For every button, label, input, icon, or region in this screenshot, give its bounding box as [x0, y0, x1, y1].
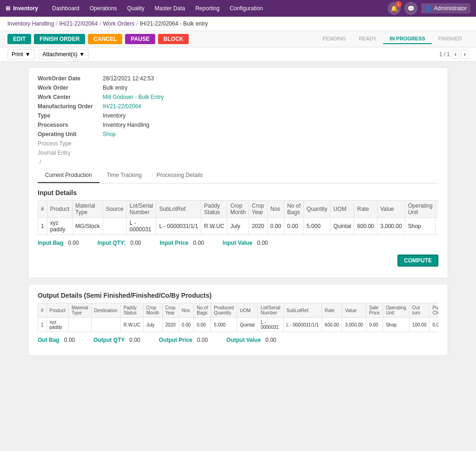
- breadcrumb-inventory-handling[interactable]: Inventory Handling: [7, 20, 54, 27]
- pager-prev[interactable]: ‹: [452, 50, 459, 59]
- pager-next[interactable]: ›: [461, 50, 469, 59]
- compute-container: COMPUTE: [38, 251, 438, 270]
- out-col-rate: Rate: [322, 303, 342, 318]
- work-order-row: Work Order Bulk entry: [38, 85, 438, 91]
- input-row-nos: 0.00: [267, 218, 284, 235]
- work-center-value[interactable]: Mill Godown - Bulk Entry: [103, 94, 164, 100]
- processors-value: Inventory Handling: [103, 122, 149, 128]
- input-price-value: 0.00: [193, 240, 204, 246]
- input-section-title: Input Details: [38, 189, 438, 196]
- input-row-out-turn: 100.00: [436, 218, 438, 235]
- process-type-label: Process Type: [38, 140, 103, 147]
- input-row-qty: 5.000: [304, 218, 331, 235]
- menu-item-master-data[interactable]: Master Data: [150, 2, 190, 14]
- tabs: Current Production Time Tracking Process…: [38, 168, 438, 183]
- menu-item-quality[interactable]: Quality: [122, 2, 149, 14]
- top-navigation: ⊞ Inventory Dashboard Operations Quality…: [0, 0, 476, 17]
- action-bar: EDIT FINISH ORDER CANCEL PAUSE BLOCK PEN…: [0, 31, 476, 47]
- pause-button[interactable]: PAUSE: [125, 34, 155, 44]
- input-row-num: 1: [38, 218, 47, 235]
- tab-time-tracking[interactable]: Time Tracking: [99, 168, 149, 183]
- input-qty-summary: Input QTY: 0.00: [98, 240, 141, 246]
- print-button[interactable]: Print ▼: [7, 49, 35, 59]
- input-row-paddy-status: R.W.UC: [201, 218, 227, 235]
- notification-icon[interactable]: 🔔 1: [388, 2, 401, 15]
- finish-order-button[interactable]: FINISH ORDER: [34, 34, 85, 44]
- status-finished: FINISHED: [432, 34, 469, 44]
- input-col-rate: Rate: [354, 201, 377, 218]
- slash-row: /: [38, 159, 438, 165]
- input-summary: Input Bag 0.00 Input QTY: 0.00 Input Pri…: [38, 235, 438, 251]
- out-row-bags: 0.00: [194, 318, 211, 332]
- chat-icon[interactable]: 💬: [404, 2, 417, 15]
- output-table: # Product MaterialType Destination Paddy…: [38, 303, 438, 332]
- input-row-material-type: MG/Stock: [73, 218, 103, 235]
- input-col-value: Value: [377, 201, 405, 218]
- cancel-button[interactable]: CANCEL: [88, 34, 122, 44]
- out-col-product: Product: [46, 303, 68, 318]
- input-table-container: # Product MaterialType Source Lot/Serial…: [38, 200, 438, 235]
- input-details-section: Input Details # Product MaterialType Sou…: [38, 189, 438, 270]
- out-row-crop-month: July: [143, 318, 162, 332]
- print-label: Print: [12, 51, 23, 58]
- output-value-value: 0.00: [265, 337, 276, 343]
- breadcrumb-sep-1: /: [56, 20, 57, 27]
- input-qty-value: 0.00: [130, 240, 141, 246]
- input-col-bags: No ofBags: [284, 201, 304, 218]
- grid-icon: ⊞: [6, 5, 10, 12]
- form-card: WorkOrder Date 28/12/2021 12:42:53 Work …: [28, 67, 448, 278]
- input-price-summary: Input Price 0.00: [159, 240, 204, 246]
- out-col-lot: Lot/SerialNumber: [258, 303, 283, 318]
- app-logo[interactable]: ⊞ Inventory: [6, 5, 38, 12]
- workorder-date-row: WorkOrder Date 28/12/2021 12:42:53: [38, 75, 438, 82]
- app-title: Inventory: [13, 5, 38, 12]
- print-chevron-icon: ▼: [25, 51, 31, 58]
- user-menu[interactable]: 👤 Administrator: [421, 3, 470, 13]
- operating-unit-label: Operating Unit: [38, 131, 103, 137]
- attachment-button[interactable]: Attachment(s) ▼: [39, 49, 89, 59]
- input-value-value: 0.00: [257, 240, 268, 246]
- out-col-uom: UOM: [237, 303, 258, 318]
- input-row-op-unit: Shop: [405, 218, 436, 235]
- tab-current-production[interactable]: Current Production: [38, 168, 99, 183]
- menu-item-dashboard[interactable]: Dashboard: [47, 2, 84, 14]
- print-bar: Print ▼ Attachment(s) ▼ 1 / 1 ‹ ›: [0, 47, 476, 62]
- breadcrumb-ih-number[interactable]: IH/21-22/02064: [59, 20, 98, 27]
- menu-item-reporting[interactable]: Reporting: [191, 2, 224, 14]
- operating-unit-value[interactable]: Shop: [103, 131, 116, 137]
- work-order-value: Bulk entry: [103, 85, 127, 91]
- output-summary: Out Bag 0.00 Output QTY 0.00 Output Pric…: [38, 332, 438, 348]
- input-col-crop-month: CropMonth: [227, 201, 249, 218]
- out-row-material-type: [69, 318, 92, 332]
- input-row-crop-year: 2020: [249, 218, 267, 235]
- processors-row: Processors Inventory Handling: [38, 122, 438, 128]
- out-col-destination: Destination: [91, 303, 120, 318]
- out-row-crop-year: 2020: [162, 318, 178, 332]
- edit-button[interactable]: EDIT: [7, 34, 31, 44]
- block-button[interactable]: BLOCK: [158, 34, 189, 44]
- input-col-paddy: PaddyStatus: [201, 201, 227, 218]
- input-col-qty: Quantity: [304, 201, 331, 218]
- compute-button[interactable]: COMPUTE: [397, 255, 438, 267]
- work-center-label: Work Center: [38, 94, 103, 100]
- output-table-header: # Product MaterialType Destination Paddy…: [38, 303, 439, 318]
- breadcrumb-work-orders[interactable]: Work Orders: [103, 20, 134, 27]
- tab-processing-details[interactable]: Processing Details: [149, 168, 210, 183]
- input-bag-value: 0.00: [68, 240, 79, 246]
- out-col-sale-price: SalePrice: [366, 303, 383, 318]
- status-in-progress: IN PROGRESS: [383, 34, 431, 44]
- menu-item-configuration[interactable]: Configuration: [225, 2, 267, 14]
- out-col-sublot: SubLotRef.: [283, 303, 322, 318]
- status-pending: PENDING: [316, 34, 352, 44]
- output-table-container: # Product MaterialType Destination Paddy…: [38, 303, 438, 332]
- menu-item-operations[interactable]: Operations: [85, 2, 122, 14]
- output-qty-label: Output QTY: [93, 337, 125, 343]
- out-row-rate: 600.00: [322, 318, 342, 332]
- input-col-lot: Lot/SerialNumber: [126, 201, 156, 218]
- manufacturing-order-value[interactable]: IH/21-22/02064: [103, 103, 141, 110]
- print-actions: Print ▼ Attachment(s) ▼: [7, 49, 89, 59]
- input-row-lot: L -0000031: [126, 218, 156, 235]
- user-name: Administrator: [434, 5, 467, 12]
- input-row-uom: Quintal: [331, 218, 354, 235]
- manufacturing-order-row: Manufacturing Order IH/21-22/02064: [38, 103, 438, 110]
